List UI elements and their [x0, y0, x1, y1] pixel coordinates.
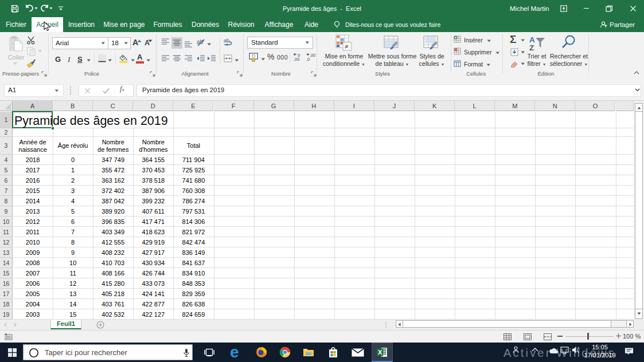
svg-text:,0: ,0	[306, 57, 310, 62]
svg-text:ab: ab	[224, 38, 229, 44]
svg-text:Z: Z	[529, 44, 534, 52]
svg-text:A: A	[529, 36, 535, 44]
svg-text:X: X	[378, 349, 383, 356]
svg-text:,00: ,00	[294, 57, 299, 62]
svg-text:≠: ≠	[345, 43, 348, 50]
svg-text:,00: ,00	[310, 53, 315, 58]
